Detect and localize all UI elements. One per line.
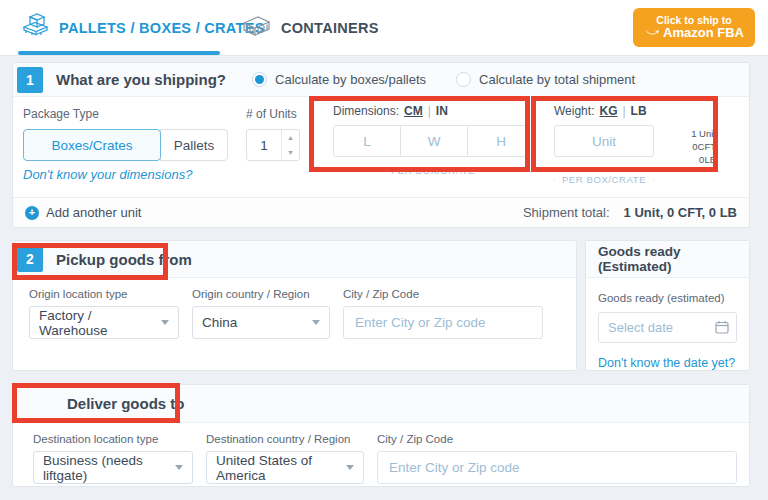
radio-calc-by-total-label: Calculate by total shipment [479, 72, 635, 87]
pickup-section-title: Pickup goods from [56, 251, 192, 268]
weight-input[interactable] [554, 125, 654, 157]
radio-unselected-icon [456, 72, 471, 87]
destination-country-label: Destination country / Region [206, 433, 364, 445]
destination-type-value: Business (needs liftgate) [43, 453, 167, 483]
unit-summary: 1 Unit 0CFT 0LB [654, 125, 716, 166]
radio-calc-by-total[interactable]: Calculate by total shipment [456, 72, 635, 87]
pallet-icon [20, 13, 50, 43]
destination-city-label: City / Zip Code [377, 433, 737, 445]
weight-unit-lb-toggle[interactable]: LB [631, 104, 647, 118]
shipping-section-footer: + Add another unit Shipment total: 1 Uni… [13, 197, 749, 227]
step-2-badge: 2 [17, 246, 43, 272]
chevron-down-icon [346, 465, 354, 470]
add-another-unit-label: Add another unit [46, 205, 141, 220]
shipment-total-value: 1 Unit, 0 CFT, 0 LB [624, 205, 737, 220]
dimensions-unit-in-toggle[interactable]: IN [436, 104, 448, 118]
destination-country-select[interactable]: United States of America [206, 451, 364, 484]
pallets-button[interactable]: Pallets [160, 129, 228, 161]
amazon-fba-button[interactable]: Click to ship to Amazon FBA [633, 8, 755, 47]
origin-country-label: Origin country / Region [192, 288, 330, 300]
width-input[interactable] [400, 125, 468, 157]
add-another-unit-button[interactable]: + Add another unit [25, 205, 141, 220]
chevron-down-icon [312, 320, 320, 325]
goods-ready-title: Goods ready (Estimated) [598, 244, 749, 274]
origin-city-input[interactable] [343, 306, 543, 339]
boxes-crates-button[interactable]: Boxes/Crates [23, 129, 161, 161]
deliver-section-title: Deliver goods to [67, 395, 185, 412]
tab-pallets-boxes-crates[interactable]: PALLETS / BOXES / CRATES [20, 0, 265, 55]
units-decrement-button[interactable]: ▼ [282, 145, 299, 160]
dimensions-per-box-note: PER BOX/CRATE [333, 165, 533, 176]
units-value[interactable]: 1 [247, 130, 281, 160]
tab-containers[interactable]: CONTAINERS [240, 0, 379, 55]
container-icon [240, 14, 272, 42]
weight-group: Weight: KG | LB 1 Unit 0CFT 0LB PER BOX/… [554, 104, 722, 185]
tab-containers-label: CONTAINERS [281, 20, 379, 36]
destination-type-select[interactable]: Business (needs liftgate) [33, 451, 193, 484]
plus-circle-icon: + [25, 206, 39, 220]
unit-separator: | [622, 104, 625, 118]
origin-type-value: Factory / Warehouse [39, 308, 153, 338]
weight-unit-kg-toggle[interactable]: KG [599, 104, 617, 118]
tab-pallets-label: PALLETS / BOXES / CRATES [59, 20, 265, 36]
deliver-section-header: Deliver goods to [13, 385, 749, 423]
destination-type-label: Destination location type [33, 433, 193, 445]
origin-city-label: City / Zip Code [343, 288, 543, 300]
package-type-label: Package Type [23, 107, 99, 121]
calc-mode-radio-group: Calculate by boxes/pallets Calculate by … [252, 72, 635, 87]
step-1-badge: 1 [17, 67, 43, 93]
goods-ready-field-label: Goods ready (estimated) [598, 292, 725, 304]
units-label: # of Units [246, 107, 297, 121]
amazon-smile-arrow-icon [644, 26, 659, 41]
chevron-down-icon [161, 320, 169, 325]
pickup-section-card: 2 Pickup goods from Origin location type… [12, 240, 577, 371]
package-type-toggle: Boxes/Crates Pallets [23, 129, 228, 161]
destination-city-input[interactable] [377, 451, 737, 484]
shipping-section-body: Package Type Boxes/Crates Pallets # of U… [13, 97, 749, 198]
dimensions-label: Dimensions: [333, 104, 399, 118]
radio-selected-icon [252, 72, 267, 87]
units-increment-button[interactable]: ▲ [282, 130, 299, 145]
origin-country-value: China [202, 315, 237, 330]
radio-calc-by-boxes[interactable]: Calculate by boxes/pallets [252, 72, 426, 87]
calendar-icon [715, 320, 729, 334]
weight-label: Weight: [554, 104, 594, 118]
shipping-section-card: 1 What are you shipping? Calculate by bo… [12, 62, 750, 228]
deliver-section-card: Deliver goods to Destination location ty… [12, 384, 750, 487]
shipping-section-header: 1 What are you shipping? Calculate by bo… [13, 63, 749, 97]
goods-ready-card: Goods ready (Estimated) Goods ready (est… [585, 240, 750, 371]
shipping-section-title: What are you shipping? [56, 71, 226, 88]
dont-know-date-link[interactable]: Don't know the date yet? [598, 356, 737, 370]
dimensions-unit-cm-toggle[interactable]: CM [404, 104, 423, 118]
dont-know-dimensions-link[interactable]: Don't know your dimensions? [23, 167, 192, 182]
goods-ready-header: Goods ready (Estimated) [586, 241, 749, 278]
destination-country-value: United States of America [216, 453, 338, 483]
active-tab-underline [18, 51, 220, 55]
units-stepper: 1 ▲ ▼ [246, 129, 300, 161]
fba-button-line2: Amazon FBA [663, 26, 744, 41]
pickup-section-header: 2 Pickup goods from [13, 241, 576, 278]
unit-separator: | [428, 104, 431, 118]
top-tab-bar: PALLETS / BOXES / CRATES CONTAINERS Clic… [0, 0, 768, 56]
length-input[interactable] [333, 125, 401, 157]
origin-type-label: Origin location type [29, 288, 179, 300]
height-input[interactable] [467, 125, 535, 157]
chevron-down-icon [175, 465, 183, 470]
dimensions-group: Dimensions: CM | IN PER BOX/CRATE [333, 104, 533, 176]
radio-calc-by-boxes-label: Calculate by boxes/pallets [275, 72, 426, 87]
shipment-total-label: Shipment total: [523, 205, 610, 220]
origin-type-select[interactable]: Factory / Warehouse [29, 306, 179, 339]
weight-per-box-note: PER BOX/CRATE [554, 174, 654, 185]
origin-country-select[interactable]: China [192, 306, 330, 339]
